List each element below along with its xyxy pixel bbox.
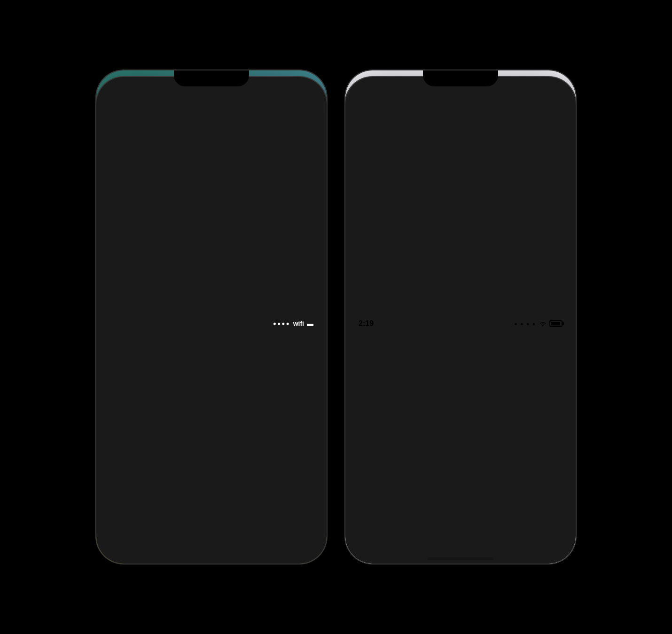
left-status-icons: ●●●● wifi ▬ [273, 320, 313, 327]
right-notch [423, 70, 498, 86]
right-phone: 2:19 ● ● ● ● [345, 70, 576, 564]
right-status-icons: ● ● ● ● [515, 320, 563, 327]
right-screen: 2:19 ● ● ● ● [345, 70, 576, 564]
signal-icon: ●●●● [273, 320, 290, 327]
right-battery-icon [549, 320, 563, 327]
right-status-time: 2:19 [359, 319, 374, 328]
right-status-bar: 2:19 ● ● ● ● [345, 77, 576, 564]
right-home-indicator [428, 557, 493, 560]
left-notch [174, 70, 249, 86]
battery-icon-left: ▬ [307, 320, 313, 327]
wifi-icon: wifi [293, 320, 304, 327]
left-screen: ●●●● wifi ▬ Mon 12 Grocery List 2:17 The… [96, 70, 327, 564]
right-wifi-icon [539, 321, 547, 326]
right-signal-icon: ● ● ● ● [515, 321, 537, 326]
left-phone: ●●●● wifi ▬ Mon 12 Grocery List 2:17 The… [96, 70, 327, 564]
left-status-bar: ●●●● wifi ▬ [96, 77, 327, 564]
